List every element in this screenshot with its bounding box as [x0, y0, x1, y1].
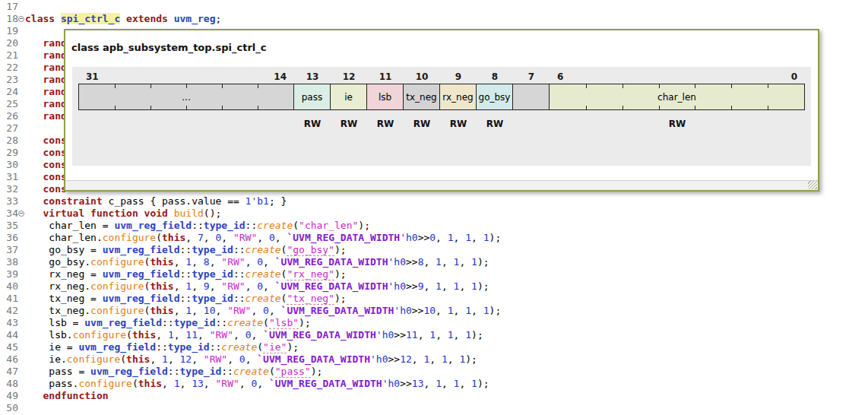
- field-cell: rx_neg: [439, 84, 477, 110]
- code-token-num: 1: [471, 378, 477, 389]
- bit-number-msb: 6: [557, 71, 563, 82]
- code-line[interactable]: 46 ie.configure(this, 1, 12, "RW", 0, `U…: [0, 353, 868, 366]
- resize-grip-icon[interactable]: [808, 181, 817, 189]
- fold-column-empty: [18, 37, 25, 49]
- code-token-plain: ,: [251, 329, 263, 341]
- code-token-plain: );: [334, 293, 347, 304]
- fold-column-empty: [18, 122, 25, 135]
- code-line[interactable]: 34 virtual function void build();: [0, 208, 868, 220]
- code-token-macro: `UVM_REG_DATA_WIDTH: [263, 329, 376, 341]
- code-token-plain: ,: [257, 232, 269, 243]
- code-token-plain: >>: [412, 305, 424, 316]
- code-line[interactable]: 43 lsb = uvm_reg_field::type_id::create(…: [0, 317, 868, 329]
- code-line[interactable]: 45 ie = uvm_reg_field::type_id::create("…: [0, 341, 868, 353]
- bit-tick: [222, 84, 223, 88]
- line-number: 46: [0, 353, 18, 366]
- code-token-type: uvm_reg_field: [90, 366, 168, 377]
- code-line[interactable]: 17: [0, 1, 868, 13]
- register-field-char_len: 60char_lenRW: [550, 71, 805, 130]
- fold-column-empty: [18, 147, 25, 159]
- code-token-type: uvm_reg_field: [103, 293, 180, 304]
- code-line[interactable]: 37 go_bsy = uvm_reg_field::type_id::crea…: [0, 244, 868, 256]
- code-token-kw: this: [150, 256, 173, 268]
- bit-tick: [586, 84, 587, 88]
- code-token-plain: [25, 110, 43, 122]
- field-access: RW: [440, 118, 477, 130]
- code-text: class spi_ctrl_c extends uvm_reg;: [25, 13, 868, 25]
- code-line[interactable]: 33 constraint c_pass { pass.value == 1'b…: [0, 195, 868, 208]
- code-token-type: uvm_reg_field: [114, 220, 192, 231]
- code-token-num: 10: [204, 305, 216, 316]
- code-token-plain: [25, 74, 43, 85]
- code-token-plain: pass =: [25, 366, 90, 377]
- fold-column-empty: [18, 171, 25, 183]
- code-token-plain: [25, 98, 43, 109]
- code-token-create: create: [246, 268, 281, 280]
- code-token-str: "RW": [210, 329, 233, 341]
- code-line[interactable]: 39 rx_neg = uvm_reg_field::type_id::crea…: [0, 268, 868, 280]
- code-text: tx_neg.configure(this, 1, 10, "RW", 0, `…: [25, 305, 868, 317]
- code-line[interactable]: 48 pass.configure(this, 1, 13, "RW", 0, …: [0, 378, 868, 390]
- code-token-method: configure: [67, 353, 120, 365]
- code-token-plain: [25, 183, 43, 195]
- code-text: ie = uvm_reg_field::type_id::create("ie"…: [25, 341, 868, 353]
- code-token-plain: ,: [174, 256, 186, 268]
- field-access: RW: [294, 118, 331, 130]
- register-field-: 3114...: [78, 71, 294, 130]
- bit-number: 10: [416, 71, 429, 82]
- fold-collapse-icon[interactable]: [18, 16, 24, 22]
- code-token-plain: [138, 208, 144, 219]
- register-field-pass: 13passRW: [294, 71, 331, 130]
- code-token-plain: c_pass { pass.value ==: [103, 195, 246, 207]
- code-line[interactable]: 36 char_len.configure(this, 7, 0, "RW", …: [0, 232, 868, 244]
- code-token-plain: );: [489, 305, 502, 316]
- code-token-type: type_id: [192, 293, 233, 304]
- code-token-method: configure: [103, 232, 156, 243]
- fold-collapse-icon[interactable]: [18, 211, 24, 217]
- code-token-type: uvm_reg_field: [103, 244, 180, 255]
- code-line[interactable]: 49 endfunction: [0, 390, 868, 402]
- popup-status-bar: [65, 180, 818, 190]
- field-label: ie: [344, 92, 353, 103]
- line-number: 37: [0, 244, 18, 256]
- code-token-method: build: [174, 208, 204, 219]
- code-token-kw: this: [150, 305, 173, 316]
- register-tooltip-popup[interactable]: class apb_subsystem_top.spi_ctrl_c 3114.…: [64, 29, 819, 192]
- field-access: RW: [550, 118, 805, 130]
- code-token-macro: `UVM_REG_DATA_WIDTH: [281, 305, 394, 316]
- line-number: 38: [0, 256, 18, 268]
- code-line[interactable]: 47 pass = uvm_reg_field::type_id::create…: [0, 366, 868, 378]
- code-token-create: create: [221, 341, 257, 353]
- code-token-plain: [120, 13, 126, 24]
- code-token-strU: "pass": [275, 366, 311, 378]
- code-token-num: 1: [465, 232, 471, 243]
- code-line[interactable]: 40 rx_neg.configure(this, 1, 9, "RW", 0,…: [0, 280, 868, 293]
- fold-column-empty: [18, 232, 25, 244]
- code-token-plain: (: [263, 317, 269, 328]
- code-token-plain: tx_neg =: [25, 293, 103, 304]
- line-number: 34: [0, 208, 18, 220]
- code-token-plain: ,: [150, 353, 162, 365]
- code-token-str: "RW": [221, 256, 245, 268]
- register-field-ie: 12ieRW: [331, 71, 367, 130]
- code-token-plain: [25, 208, 43, 219]
- code-token-plain: ,: [275, 232, 287, 243]
- code-line[interactable]: 38 go_bsy.configure(this, 1, 8, "RW", 0,…: [0, 256, 868, 268]
- code-token-plain: ,: [246, 353, 258, 365]
- code-token-plain: [168, 208, 174, 219]
- code-line[interactable]: 41 tx_neg = uvm_reg_field::type_id::crea…: [0, 293, 868, 305]
- code-token-plain: ie.: [25, 353, 67, 365]
- code-token-num: 1: [168, 329, 174, 341]
- code-token-plain: ::: [162, 317, 174, 328]
- code-token-plain: [25, 195, 43, 207]
- code-line[interactable]: 44 lsb.configure(this, 1, 11, "RW", 0, `…: [0, 329, 868, 341]
- code-line[interactable]: 35 char_len = uvm_reg_field::type_id::cr…: [0, 220, 868, 232]
- code-line[interactable]: 42 tx_neg.configure(this, 1, 10, "RW", 0…: [0, 305, 868, 317]
- code-token-plain: [25, 147, 43, 158]
- code-token-plain: ,: [442, 378, 454, 389]
- fold-column-empty: [18, 98, 25, 110]
- code-line[interactable]: 18class spi_ctrl_c extends uvm_reg;: [0, 13, 868, 25]
- code-text: rx_neg.configure(this, 1, 9, "RW", 0, `U…: [25, 280, 868, 293]
- code-line[interactable]: 50: [0, 402, 868, 414]
- code-text: lsb.configure(this, 1, 11, "RW", 0, `UVM…: [25, 329, 868, 341]
